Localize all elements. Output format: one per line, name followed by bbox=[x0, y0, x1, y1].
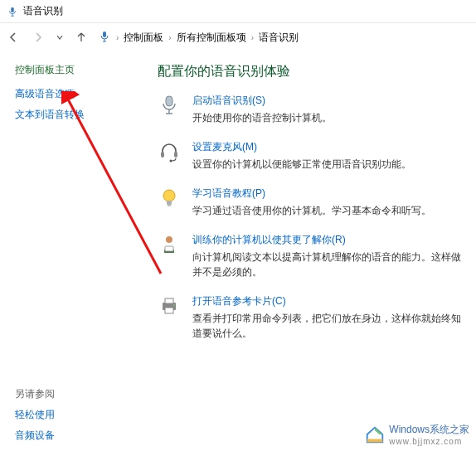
train-computer-item: 训练你的计算机以使其更了解你(R) 向计算机阅读文本以提高计算机理解你的语音的能… bbox=[158, 233, 468, 279]
up-button[interactable] bbox=[73, 29, 90, 46]
item-desc: 查看并打印常用命令列表，把它们放在身边，这样你就始终知道要说什么。 bbox=[192, 311, 468, 341]
microphone-icon bbox=[7, 6, 18, 17]
svg-rect-6 bbox=[166, 96, 172, 106]
svg-rect-13 bbox=[167, 201, 172, 205]
audio-devices-link[interactable]: 音频设备 bbox=[15, 429, 133, 443]
breadcrumb-mid[interactable]: 所有控制面板项 bbox=[177, 31, 246, 45]
svg-point-12 bbox=[163, 190, 175, 201]
item-desc: 开始使用你的语音控制计算机。 bbox=[192, 110, 332, 125]
svg-rect-16 bbox=[165, 246, 173, 251]
item-desc: 向计算机阅读文本以提高计算机理解你的语音的能力。这样做并不是必须的。 bbox=[192, 250, 468, 279]
take-tutorial-item: 学习语音教程(P) 学习通过语音使用你的计算机。学习基本命令和听写。 bbox=[158, 187, 468, 218]
main-panel: 配置你的语音识别体验 启动语音识别(S) 开始使用你的语音控制计算机。 设置麦克… bbox=[133, 51, 476, 451]
breadcrumb-root[interactable]: 控制面板 bbox=[124, 31, 163, 45]
svg-point-11 bbox=[170, 160, 172, 162]
text-to-speech-link[interactable]: 文本到语音转换 bbox=[15, 108, 133, 122]
train-computer-link[interactable]: 训练你的计算机以使其更了解你(R) bbox=[192, 233, 468, 247]
breadcrumb-sep: › bbox=[251, 33, 254, 42]
svg-rect-3 bbox=[103, 32, 106, 37]
breadcrumb[interactable]: › 控制面板 › 所有控制面板项 › 语音识别 bbox=[98, 30, 299, 46]
microphone-icon bbox=[98, 30, 111, 46]
control-panel-home-link[interactable]: 控制面板主页 bbox=[15, 63, 133, 77]
printer-icon bbox=[158, 294, 181, 318]
svg-rect-10 bbox=[174, 152, 177, 158]
page-heading: 配置你的语音识别体验 bbox=[158, 63, 468, 80]
setup-microphone-link[interactable]: 设置麦克风(M) bbox=[192, 140, 411, 154]
watermark-brand: Windows系统之家 bbox=[389, 424, 469, 435]
open-reference-card-link[interactable]: 打开语音参考卡片(C) bbox=[192, 294, 468, 308]
svg-rect-9 bbox=[161, 152, 164, 158]
item-desc: 设置你的计算机以便能够正常使用语音识别功能。 bbox=[192, 157, 411, 172]
breadcrumb-sep: › bbox=[116, 33, 119, 42]
forward-button[interactable] bbox=[30, 29, 46, 46]
svg-rect-0 bbox=[11, 7, 14, 12]
open-reference-card-item: 打开语音参考卡片(C) 查看并打印常用命令列表，把它们放在身边，这样你就始终知道… bbox=[158, 294, 468, 341]
lightbulb-icon bbox=[158, 187, 181, 210]
content-area: 控制面板主页 高级语音选项 文本到语音转换 另请参阅 轻松使用 音频设备 配置你… bbox=[0, 51, 476, 451]
setup-microphone-item: 设置麦克风(M) 设置你的计算机以便能够正常使用语音识别功能。 bbox=[158, 140, 468, 172]
watermark: Windows系统之家 www.bjjmxz.com bbox=[364, 423, 469, 446]
start-speech-recognition-item: 启动语音识别(S) 开始使用你的语音控制计算机。 bbox=[158, 94, 468, 125]
see-also-label: 另请参阅 bbox=[15, 387, 133, 401]
back-button[interactable] bbox=[5, 29, 22, 46]
ease-of-access-link[interactable]: 轻松使用 bbox=[15, 408, 133, 422]
window-title: 语音识别 bbox=[23, 4, 63, 18]
breadcrumb-leaf[interactable]: 语音识别 bbox=[259, 31, 299, 45]
svg-rect-22 bbox=[367, 439, 383, 443]
headset-icon bbox=[158, 140, 181, 163]
title-bar: 语音识别 bbox=[0, 0, 476, 23]
person-reading-icon bbox=[158, 233, 181, 256]
advanced-speech-options-link[interactable]: 高级语音选项 bbox=[15, 87, 133, 101]
start-speech-recognition-link[interactable]: 启动语音识别(S) bbox=[192, 94, 332, 108]
sidebar: 控制面板主页 高级语音选项 文本到语音转换 另请参阅 轻松使用 音频设备 bbox=[0, 51, 133, 451]
recent-dropdown[interactable] bbox=[55, 29, 65, 46]
svg-point-15 bbox=[166, 236, 172, 243]
svg-rect-18 bbox=[165, 298, 173, 303]
house-logo-icon bbox=[364, 424, 386, 445]
breadcrumb-sep: › bbox=[168, 33, 171, 42]
svg-rect-19 bbox=[165, 308, 173, 313]
microphone-icon bbox=[158, 94, 181, 117]
take-tutorial-link[interactable]: 学习语音教程(P) bbox=[192, 187, 431, 201]
svg-point-20 bbox=[173, 304, 175, 306]
nav-bar: › 控制面板 › 所有控制面板项 › 语音识别 bbox=[0, 23, 476, 51]
watermark-url: www.bjjmxz.com bbox=[389, 437, 469, 446]
item-desc: 学习通过语音使用你的计算机。学习基本命令和听写。 bbox=[192, 203, 431, 218]
